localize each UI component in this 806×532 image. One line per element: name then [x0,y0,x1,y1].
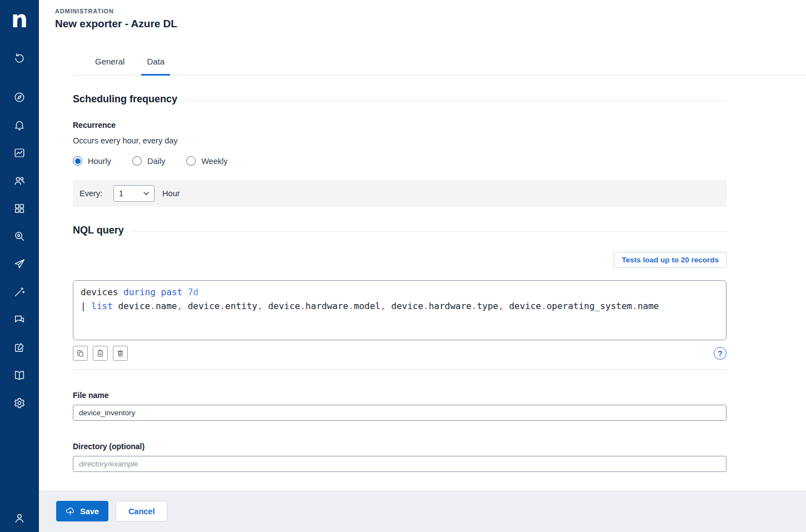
nql-section-head: NQL query [73,225,727,236]
radio-circle-icon [186,156,196,166]
page-title: New exporter - Azure DL [55,18,806,30]
search-icon[interactable] [13,230,26,242]
act-icon[interactable] [13,258,26,270]
tests-row: Tests load up to 20 records [73,252,727,268]
upload-icon [66,506,75,516]
directory-input[interactable] [73,456,727,472]
page-content: General Data Scheduling frequency Recurr… [39,30,806,490]
action-bar: Save Cancel [39,490,806,532]
book-icon[interactable] [13,369,26,381]
radio-label: Weekly [201,157,227,166]
scheduling-section-title: Scheduling frequency [73,93,177,105]
main-area: ADMINISTRATION New exporter - Azure DL G… [39,0,806,532]
radio-circle-icon [132,156,142,166]
recurrence-summary: Occurs every hour, every day [73,136,727,145]
recurrence-weekly-radio[interactable]: Weekly [186,156,227,166]
paste-icon[interactable] [93,346,108,361]
users-icon[interactable] [13,175,26,187]
recurrence-label: Recurrence [73,121,727,130]
compass-icon[interactable] [13,91,26,103]
trash-icon[interactable] [113,346,128,361]
radio-circle-icon [73,156,82,166]
grid-icon[interactable] [13,202,26,215]
file-name-input[interactable] [73,405,727,421]
save-button-label: Save [80,507,99,516]
tab-data[interactable]: Data [136,53,176,75]
refresh-icon[interactable] [13,52,26,64]
scheduling-section-head: Scheduling frequency [73,93,727,105]
every-label: Every: [79,189,102,198]
logo-letter: n [11,8,28,31]
every-unit: Hour [162,189,180,198]
sidebar: n [0,0,39,532]
gear-icon[interactable] [13,397,26,409]
copy-icon[interactable] [73,346,88,361]
nql-section-title: NQL query [73,225,124,236]
directory-label: Directory (optional) [73,442,727,451]
edit-icon[interactable] [13,341,26,354]
recurrence-daily-radio[interactable]: Daily [132,156,165,166]
chat-icon[interactable] [13,314,26,326]
every-bar: Every: 1 Hour [73,180,727,207]
section-divider [186,100,727,101]
radio-label: Daily [147,157,165,166]
section-divider [133,231,727,232]
cancel-button[interactable]: Cancel [116,501,168,521]
file-name-label: File name [73,391,727,400]
page-header: ADMINISTRATION New exporter - Azure DL [39,0,806,30]
breadcrumb: ADMINISTRATION [55,8,806,14]
sidebar-nav [13,52,26,425]
user-icon[interactable] [13,512,26,524]
bell-icon[interactable] [13,119,26,131]
editor-toolbar: ? [73,346,727,370]
every-select[interactable]: 1 [113,185,155,202]
nexthink-logo[interactable]: n [0,0,39,39]
radio-label: Hourly [88,157,111,166]
chart-icon[interactable] [13,147,26,159]
recurrence-options: Hourly Daily Weekly [73,156,727,166]
recurrence-hourly-radio[interactable]: Hourly [73,156,111,166]
help-icon[interactable]: ? [714,347,727,360]
tab-bar: General Data [73,53,806,76]
wand-icon[interactable] [13,286,26,298]
tab-general[interactable]: General [84,53,136,75]
chevron-down-icon [143,192,149,195]
nql-query-editor[interactable]: devices during past 7d| list device.name… [73,280,727,340]
save-button[interactable]: Save [56,501,108,521]
tests-load-button[interactable]: Tests load up to 20 records [614,252,727,268]
every-select-value: 1 [119,189,123,198]
